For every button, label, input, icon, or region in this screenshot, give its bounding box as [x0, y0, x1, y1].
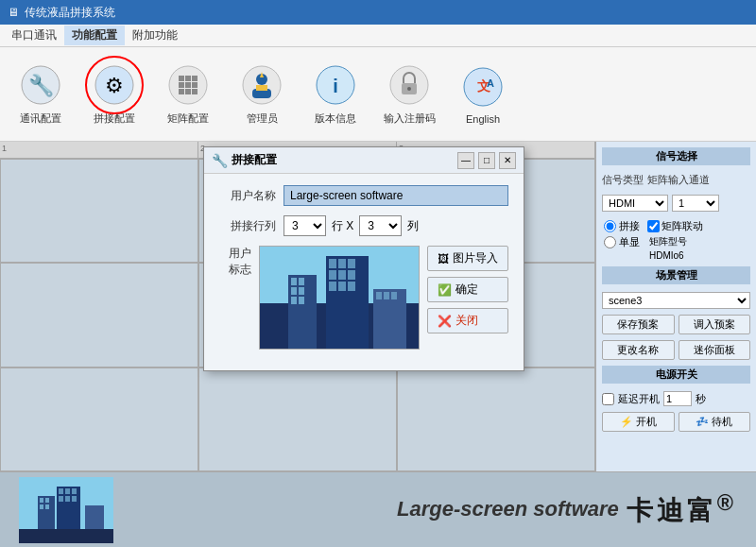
- svg-rect-35: [65, 488, 70, 494]
- svg-text:⚙: ⚙: [105, 74, 124, 97]
- rename-btn[interactable]: 更改名称: [602, 340, 675, 360]
- close-icon: ❌: [438, 315, 452, 328]
- power-on-icon: ⚡: [620, 416, 633, 427]
- svg-rect-10: [192, 82, 198, 88]
- svg-rect-5: [179, 76, 184, 81]
- svg-rect-31: [40, 504, 43, 509]
- title-bar-icon: 🖥: [8, 6, 19, 19]
- signal-select-row: HDMI VGA DVI 1 2 3 4: [602, 195, 750, 212]
- admin-icon-wrap: [239, 62, 284, 108]
- import-image-btn[interactable]: 🖼 图片导入: [427, 246, 508, 271]
- menu-bar: 串口通讯 功能配置 附加功能: [0, 25, 756, 47]
- toolbar-matrix-btn[interactable]: 矩阵配置: [155, 54, 221, 134]
- svg-rect-41: [19, 529, 113, 543]
- title-bar: 🖥 传统液晶拼接系统: [0, 0, 756, 25]
- confirm-icon: ✅: [438, 283, 452, 297]
- svg-rect-50: [299, 297, 304, 304]
- logo-row: 用户标志: [219, 246, 508, 350]
- close-label: 关闭: [455, 313, 478, 329]
- power-on-btn[interactable]: ⚡ 开机: [602, 412, 675, 432]
- svg-rect-32: [45, 504, 49, 509]
- toolbar-english-btn[interactable]: 文 A English: [450, 54, 516, 134]
- toolbar-admin-btn[interactable]: 管理员: [229, 54, 295, 134]
- username-input[interactable]: [284, 185, 508, 206]
- svg-rect-30: [45, 498, 49, 503]
- svg-rect-59: [338, 282, 346, 291]
- modal-minimize-btn[interactable]: —: [457, 152, 474, 169]
- svg-point-23: [407, 87, 411, 91]
- svg-text:i: i: [333, 76, 338, 96]
- toolbar-comm-label: 通讯配置: [20, 111, 61, 126]
- signal-type-select[interactable]: HDMI VGA DVI: [602, 195, 668, 212]
- dialog-close-btn[interactable]: ❌ 关闭: [427, 308, 508, 333]
- modal-body: 用户名称 拼接行列 3 1 2 4 5 6 行 X: [204, 174, 524, 370]
- menu-extra[interactable]: 附加功能: [125, 26, 185, 45]
- svg-rect-7: [192, 76, 198, 81]
- matrix-type-label: 矩阵型号: [649, 235, 703, 248]
- row-select[interactable]: 3 1 2 4 5 6: [284, 215, 326, 236]
- rowcol-row: 拼接行列 3 1 2 4 5 6 行 X 3 1 2 4: [219, 215, 508, 236]
- mode-radio-group: 拼接 单显: [604, 219, 640, 249]
- matrix-icon-wrap: [165, 62, 211, 108]
- toolbar-version-label: 版本信息: [315, 111, 356, 126]
- brand-en: Large-screen software: [397, 497, 619, 521]
- channel-label: 矩阵输入通道: [647, 173, 710, 187]
- svg-rect-38: [65, 496, 70, 502]
- svg-rect-45: [291, 278, 297, 285]
- power-section-title: 电源开关: [602, 366, 750, 384]
- delay-checkbox[interactable]: [602, 393, 614, 405]
- scene-select[interactable]: scene3 scene1 scene2 scene4: [602, 292, 750, 309]
- toolbar-comm-btn[interactable]: 🔧 通讯配置: [8, 54, 74, 134]
- toolbar-matrix-label: 矩阵配置: [167, 111, 209, 126]
- modal-close-btn[interactable]: ✕: [499, 152, 516, 169]
- scene-section-title: 场景管理: [602, 266, 750, 284]
- svg-rect-64: [391, 292, 397, 299]
- bottom-area: Large-screen software 卡迪富®: [0, 471, 756, 547]
- username-row: 用户名称: [219, 185, 508, 206]
- confirm-label: 确定: [455, 282, 478, 298]
- ruler-mark-1: 1: [0, 142, 198, 158]
- confirm-btn[interactable]: ✅ 确定: [427, 277, 508, 302]
- splice-radio[interactable]: 拼接: [604, 219, 640, 233]
- single-radio[interactable]: 单显: [604, 235, 640, 249]
- logo-label: 用户标志: [219, 246, 251, 278]
- delay-input[interactable]: [663, 391, 692, 406]
- svg-rect-13: [192, 89, 198, 94]
- svg-rect-62: [376, 292, 382, 299]
- modal-maximize-btn[interactable]: □: [478, 152, 495, 169]
- svg-rect-36: [72, 488, 77, 494]
- delay-row: 延迟开机 秒: [602, 391, 750, 406]
- matrix-link-checkbox[interactable]: [647, 220, 660, 232]
- grid-cell-9: [397, 368, 595, 471]
- svg-rect-11: [179, 89, 184, 94]
- save-scene-btn[interactable]: 保存预案: [602, 315, 675, 334]
- svg-rect-54: [348, 259, 355, 268]
- reg-symbol: ®: [717, 490, 737, 515]
- username-label: 用户名称: [219, 188, 276, 204]
- modal-title-bar: 🔧 拼接配置 — □ ✕: [204, 147, 524, 174]
- standby-btn[interactable]: 💤 待机: [679, 412, 751, 432]
- svg-rect-34: [59, 488, 63, 494]
- load-scene-btn[interactable]: 调入预案: [679, 315, 751, 334]
- splice-layout-label: 拼接行列: [219, 218, 276, 234]
- svg-text:A: A: [487, 77, 494, 89]
- svg-rect-29: [40, 498, 43, 503]
- single-radio-label: 单显: [619, 235, 640, 249]
- splice-radio-label: 拼接: [619, 219, 640, 233]
- toolbar-license-label: 输入注册码: [384, 111, 436, 126]
- english-icon-wrap: 文 A: [460, 64, 506, 110]
- toolbar-license-btn[interactable]: 输入注册码: [376, 54, 442, 134]
- svg-rect-63: [384, 292, 389, 299]
- channel-select[interactable]: 1 2 3 4: [672, 195, 719, 212]
- col-select[interactable]: 3 1 2 4 5 6: [359, 215, 402, 236]
- svg-rect-8: [179, 82, 184, 88]
- mini-panel-btn[interactable]: 迷你面板: [679, 340, 751, 360]
- toolbar-version-btn[interactable]: i 版本信息: [302, 54, 369, 134]
- delay-label: 延迟开机: [618, 392, 660, 406]
- scene-btn-row: 保存预案 调入预案: [602, 315, 750, 334]
- toolbar-splice-btn[interactable]: ⚙ 拼接配置: [81, 54, 147, 134]
- menu-serial[interactable]: 串口通讯: [4, 26, 64, 45]
- power-btn-row: ⚡ 开机 💤 待机: [602, 412, 750, 432]
- menu-function[interactable]: 功能配置: [64, 26, 125, 45]
- toolbar-english-label: English: [466, 113, 500, 125]
